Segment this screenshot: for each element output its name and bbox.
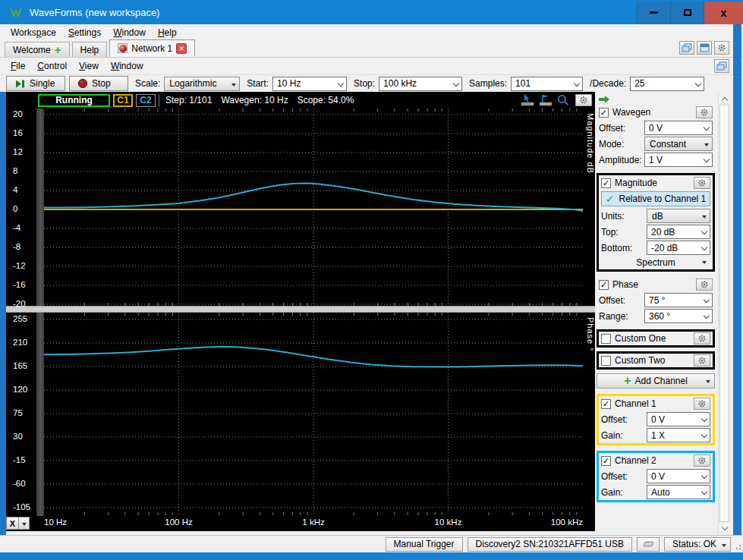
per-decade-combo[interactable]: 25 [630,77,704,91]
menu-view[interactable]: View [73,59,105,73]
stop-frequency-combo[interactable]: 100 kHz [379,77,462,91]
minimize-button[interactable] [637,2,670,24]
wavegen-gear-button[interactable] [696,106,713,118]
custom-one-checkbox[interactable] [601,334,611,344]
add-tab-icon[interactable]: + [55,46,61,54]
manual-trigger-button[interactable]: Manual Trigger [386,537,463,552]
tab-welcome[interactable]: Welcome + [5,42,70,57]
channel2-gear-button[interactable] [694,455,710,467]
channel1-gear-button[interactable] [694,398,710,410]
custom-two-gear-button[interactable] [694,354,710,367]
scale-select[interactable]: Logarithmic [164,77,240,91]
scope-status: Scope: 54.0% [298,95,354,105]
menu-window2[interactable]: Window [105,59,150,73]
stop-freq-label: Stop: [354,78,375,89]
cascade-windows-button[interactable] [679,41,694,55]
menu-window[interactable]: Window [107,26,152,39]
channel1-group: ✓ Channel 1 Offset: 0 V Gain: 1 X [597,394,715,445]
wavegen-offset-combo[interactable]: 0 V [644,121,713,135]
maximize-button[interactable] [670,2,704,24]
y-tick-label: 120 [13,385,27,394]
device-button[interactable]: Discovery2 SN:210321AFFD51 USB [468,537,632,552]
magnitude-plot-canvas[interactable] [44,109,583,306]
top-combo[interactable]: 20 dB [647,225,710,239]
phase-range-label: Range: [599,311,644,322]
x-axis-mode-dropdown[interactable] [19,517,30,530]
tab-close-icon[interactable]: ✕ [176,43,187,54]
marker-tool-icon[interactable] [539,94,553,106]
channel2-offset-label: Offset: [601,471,647,482]
menu-control[interactable]: Control [31,59,73,73]
spectrum-select[interactable]: Spectrum [599,256,713,269]
start-frequency-combo[interactable]: 10 Hz [272,77,347,91]
y-tick-label: 75 [13,408,23,417]
scroll-up-arrow[interactable] [719,92,731,105]
options-gear-button[interactable] [714,41,729,55]
channel1-toggle[interactable]: C1 [113,94,133,107]
wavegen-checkbox[interactable]: ✓ [599,108,609,118]
instrument-menubar: File Control View Window [0,58,743,74]
channel2-offset-combo[interactable]: 0 V [647,469,710,483]
running-indicator[interactable]: Running [38,94,110,107]
cursor-tool-icon[interactable] [521,94,534,106]
menu-settings[interactable]: Settings [62,26,107,39]
custom-two-checkbox[interactable] [601,356,611,366]
tab-help[interactable]: Help [72,42,108,57]
magnitude-y-axis: 201612840-4-8-12-16-20 [6,109,36,306]
scroll-down-arrow[interactable] [719,522,731,535]
phase-y-axis: 2552101651207530-15-60-105 [6,313,36,516]
relative-to-channel1-button[interactable]: ✓ Relative to Channel 1 [601,191,710,206]
collapse-panel-arrow-icon[interactable] [599,96,609,103]
wavegen-amplitude-combo[interactable]: 1 V [644,153,713,167]
magnitude-gear-button[interactable] [694,177,710,189]
menu-workspace[interactable]: Workspace [5,26,62,39]
channel2-toggle[interactable]: C2 [136,94,156,107]
y-tick-label: -8 [13,242,20,251]
zoom-tool-icon[interactable] [557,94,569,106]
single-button[interactable]: Single [6,76,65,91]
channel2-checkbox[interactable]: ✓ [601,456,611,466]
phase-gear-button[interactable] [696,278,713,291]
magnitude-checkbox[interactable]: ✓ [601,178,611,188]
phase-checkbox[interactable]: ✓ [599,280,609,290]
channel1-checkbox[interactable]: ✓ [601,399,611,409]
channel1-gain-combo[interactable]: 1 X [647,428,710,442]
x-axis-mode-button[interactable]: X [6,517,30,530]
wavegen-amplitude-label: Amplitude: [599,155,644,165]
single-sweep-icon [14,79,26,89]
undock-window-button[interactable] [714,59,729,73]
menu-file[interactable]: File [5,59,31,73]
per-decade-label: /Decade: [590,78,626,89]
bottom-combo[interactable]: -20 dB [647,241,710,255]
channel2-gain-combo[interactable]: Auto [647,485,710,499]
wavegen-mode-select[interactable]: Constant [644,137,713,151]
tab-network-1[interactable]: Network 1 ✕ [109,39,195,57]
y-tick-label: 4 [13,185,17,194]
samples-combo[interactable]: 101 [511,77,583,91]
menu-help[interactable]: Help [152,26,183,39]
scrollbar-thumb[interactable] [719,105,729,522]
plot-splitter-handle[interactable] [6,306,595,313]
phase-plot-canvas[interactable] [44,313,583,515]
phase-offset-label: Offset: [599,295,644,306]
close-button[interactable]: x [704,2,743,24]
panel-scrollbar[interactable] [718,92,730,535]
plot-settings-gear-button[interactable] [575,94,592,106]
resize-grip[interactable] [734,543,741,549]
channel1-offset-combo[interactable]: 0 V [647,412,710,426]
magnitude-group: ✓ Magnitude ✓ Relative to Channel 1 Unit… [597,173,715,272]
window-title: WaveForms (new workspace) [30,7,159,18]
phase-tick-band [36,313,44,516]
y-tick-label: -20 [13,299,26,308]
units-select[interactable]: dB [647,209,710,223]
tile-windows-button[interactable] [697,41,712,55]
check-icon: ✓ [606,193,615,205]
x-tick-label: 100 Hz [165,518,192,527]
phase-range-combo[interactable]: 360 ° [644,309,713,323]
phase-offset-combo[interactable]: 75 ° [644,293,713,307]
status-ok-button[interactable]: Status: OK [664,537,731,552]
add-channel-button[interactable]: + Add Channel [597,373,715,389]
device-eject-button[interactable] [637,537,660,552]
custom-one-gear-button[interactable] [694,332,710,344]
stop-button[interactable]: Stop [69,76,128,91]
